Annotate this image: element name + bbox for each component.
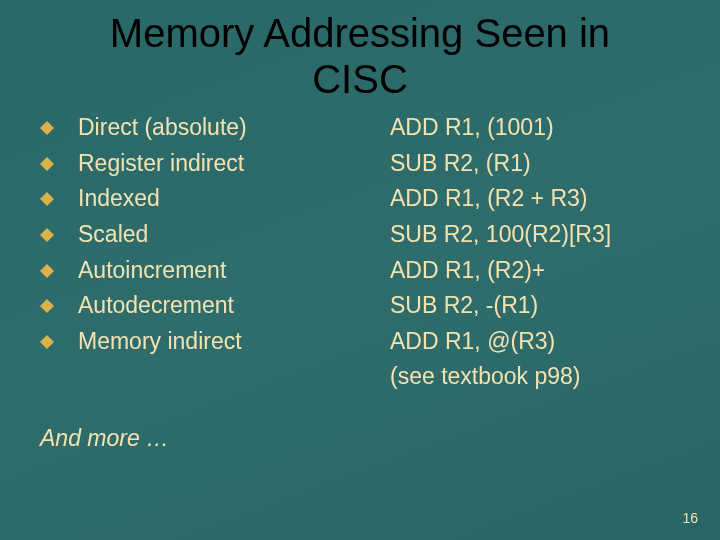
- page-number: 16: [682, 510, 698, 526]
- textbook-reference: (see textbook p98): [390, 359, 581, 395]
- diamond-bullet-icon: [40, 262, 78, 278]
- list-item: Register indirect: [40, 146, 380, 182]
- example-item: SUB R2, (R1): [390, 146, 690, 182]
- example-item: ADD R1, (1001): [390, 110, 690, 146]
- example-item: ADD R1, (R2 + R3): [390, 181, 690, 217]
- diamond-bullet-icon: [40, 119, 78, 135]
- addressing-modes-list: Direct (absolute) Register indirect Inde…: [40, 110, 380, 395]
- svg-marker-3: [40, 228, 54, 242]
- list-item: Direct (absolute): [40, 110, 380, 146]
- example-text: SUB R2, 100(R2)[R3]: [390, 217, 611, 253]
- svg-marker-4: [40, 264, 54, 278]
- example-text: ADD R1, (1001): [390, 110, 554, 146]
- example-item: ADD R1, (R2)+: [390, 253, 690, 289]
- mode-name: Autoincrement: [78, 253, 226, 289]
- diamond-bullet-icon: [40, 333, 78, 349]
- title-line-1: Memory Addressing Seen in: [110, 11, 610, 55]
- diamond-bullet-icon: [40, 226, 78, 242]
- mode-name: Register indirect: [78, 146, 244, 182]
- svg-marker-2: [40, 192, 54, 206]
- list-item: Memory indirect: [40, 324, 380, 360]
- mode-name: Scaled: [78, 217, 148, 253]
- mode-name: Memory indirect: [78, 324, 242, 360]
- svg-marker-0: [40, 121, 54, 135]
- and-more-text: And more …: [0, 395, 720, 452]
- example-item: ADD R1, @(R3): [390, 324, 690, 360]
- mode-name: Direct (absolute): [78, 110, 247, 146]
- list-item: Indexed: [40, 181, 380, 217]
- mode-name: Indexed: [78, 181, 160, 217]
- list-item: Autodecrement: [40, 288, 380, 324]
- mode-name: Autodecrement: [78, 288, 234, 324]
- diamond-bullet-icon: [40, 155, 78, 171]
- example-text: ADD R1, (R2 + R3): [390, 181, 587, 217]
- example-item: SUB R2, -(R1): [390, 288, 690, 324]
- diamond-bullet-icon: [40, 190, 78, 206]
- example-text: SUB R2, (R1): [390, 146, 531, 182]
- list-item: Autoincrement: [40, 253, 380, 289]
- example-item: (see textbook p98): [390, 359, 690, 395]
- example-text: ADD R1, (R2)+: [390, 253, 545, 289]
- slide-title: Memory Addressing Seen in CISC: [0, 0, 720, 102]
- examples-list: ADD R1, (1001) SUB R2, (R1) ADD R1, (R2 …: [380, 110, 690, 395]
- svg-marker-5: [40, 299, 54, 313]
- example-item: SUB R2, 100(R2)[R3]: [390, 217, 690, 253]
- title-line-2: CISC: [312, 57, 408, 101]
- svg-marker-1: [40, 157, 54, 171]
- svg-marker-6: [40, 335, 54, 349]
- slide-body: Direct (absolute) Register indirect Inde…: [0, 102, 720, 395]
- diamond-bullet-icon: [40, 297, 78, 313]
- example-text: SUB R2, -(R1): [390, 288, 538, 324]
- list-item: Scaled: [40, 217, 380, 253]
- example-text: ADD R1, @(R3): [390, 324, 555, 360]
